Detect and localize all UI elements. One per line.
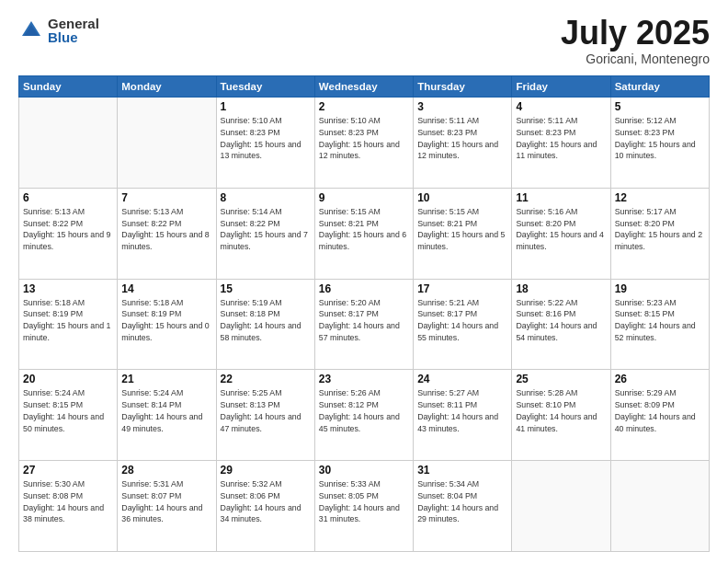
calendar-cell bbox=[610, 461, 709, 552]
logo-text: General Blue bbox=[48, 17, 99, 44]
calendar-cell: 8Sunrise: 5:14 AMSunset: 8:22 PMDaylight… bbox=[216, 188, 314, 279]
day-number: 8 bbox=[221, 191, 311, 204]
calendar-cell: 1Sunrise: 5:10 AMSunset: 8:23 PMDaylight… bbox=[216, 98, 314, 189]
day-number: 4 bbox=[516, 100, 606, 113]
day-info: Sunrise: 5:27 AMSunset: 8:11 PMDaylight:… bbox=[417, 387, 507, 434]
calendar-cell: 24Sunrise: 5:27 AMSunset: 8:11 PMDayligh… bbox=[414, 370, 512, 461]
day-info: Sunrise: 5:12 AMSunset: 8:23 PMDaylight:… bbox=[615, 115, 705, 162]
day-number: 16 bbox=[319, 282, 409, 295]
day-number: 29 bbox=[221, 464, 311, 477]
calendar-cell: 12Sunrise: 5:17 AMSunset: 8:20 PMDayligh… bbox=[610, 188, 709, 279]
day-info: Sunrise: 5:15 AMSunset: 8:21 PMDaylight:… bbox=[319, 206, 409, 253]
calendar-cell bbox=[118, 98, 216, 189]
day-info: Sunrise: 5:10 AMSunset: 8:23 PMDaylight:… bbox=[319, 115, 409, 162]
calendar-cell: 13Sunrise: 5:18 AMSunset: 8:19 PMDayligh… bbox=[19, 279, 118, 370]
calendar-cell: 25Sunrise: 5:28 AMSunset: 8:10 PMDayligh… bbox=[512, 370, 610, 461]
calendar-cell: 16Sunrise: 5:20 AMSunset: 8:17 PMDayligh… bbox=[314, 279, 413, 370]
calendar-cell: 11Sunrise: 5:16 AMSunset: 8:20 PMDayligh… bbox=[512, 188, 610, 279]
day-info: Sunrise: 5:13 AMSunset: 8:22 PMDaylight:… bbox=[23, 206, 113, 253]
calendar-week-4: 20Sunrise: 5:24 AMSunset: 8:15 PMDayligh… bbox=[19, 370, 710, 461]
day-number: 19 bbox=[615, 282, 705, 295]
day-number: 27 bbox=[23, 464, 113, 477]
day-number: 23 bbox=[319, 373, 409, 385]
day-info: Sunrise: 5:21 AMSunset: 8:17 PMDaylight:… bbox=[417, 297, 507, 344]
logo: General Blue bbox=[18, 17, 99, 44]
title-location: Goricani, Montenegro bbox=[561, 52, 710, 66]
day-info: Sunrise: 5:22 AMSunset: 8:16 PMDaylight:… bbox=[516, 297, 606, 344]
day-number: 20 bbox=[23, 373, 113, 385]
col-sunday: Sunday bbox=[19, 76, 118, 98]
day-info: Sunrise: 5:25 AMSunset: 8:13 PMDaylight:… bbox=[221, 387, 311, 434]
col-wednesday: Wednesday bbox=[314, 76, 413, 98]
day-number: 17 bbox=[417, 282, 507, 295]
day-number: 21 bbox=[121, 373, 211, 385]
calendar-week-2: 6Sunrise: 5:13 AMSunset: 8:22 PMDaylight… bbox=[19, 188, 710, 279]
calendar-cell: 26Sunrise: 5:29 AMSunset: 8:09 PMDayligh… bbox=[610, 370, 709, 461]
calendar-week-3: 13Sunrise: 5:18 AMSunset: 8:19 PMDayligh… bbox=[19, 279, 710, 370]
day-number: 1 bbox=[221, 100, 311, 113]
day-info: Sunrise: 5:34 AMSunset: 8:04 PMDaylight:… bbox=[417, 478, 507, 525]
day-info: Sunrise: 5:18 AMSunset: 8:19 PMDaylight:… bbox=[23, 297, 113, 344]
day-info: Sunrise: 5:23 AMSunset: 8:15 PMDaylight:… bbox=[615, 297, 705, 344]
calendar-cell: 15Sunrise: 5:19 AMSunset: 8:18 PMDayligh… bbox=[216, 279, 314, 370]
calendar-cell: 3Sunrise: 5:11 AMSunset: 8:23 PMDaylight… bbox=[414, 98, 512, 189]
calendar-cell: 17Sunrise: 5:21 AMSunset: 8:17 PMDayligh… bbox=[414, 279, 512, 370]
day-info: Sunrise: 5:24 AMSunset: 8:14 PMDaylight:… bbox=[121, 387, 211, 434]
day-number: 11 bbox=[516, 191, 606, 204]
calendar-week-5: 27Sunrise: 5:30 AMSunset: 8:08 PMDayligh… bbox=[19, 461, 710, 552]
calendar-cell: 20Sunrise: 5:24 AMSunset: 8:15 PMDayligh… bbox=[19, 370, 118, 461]
col-saturday: Saturday bbox=[610, 76, 709, 98]
day-info: Sunrise: 5:31 AMSunset: 8:07 PMDaylight:… bbox=[121, 478, 211, 525]
calendar-cell: 31Sunrise: 5:34 AMSunset: 8:04 PMDayligh… bbox=[414, 461, 512, 552]
calendar-cell: 6Sunrise: 5:13 AMSunset: 8:22 PMDaylight… bbox=[19, 188, 118, 279]
calendar-cell bbox=[512, 461, 610, 552]
day-number: 13 bbox=[23, 282, 113, 295]
title-month: July 2025 bbox=[561, 17, 710, 50]
calendar-table: Sunday Monday Tuesday Wednesday Thursday… bbox=[18, 75, 710, 552]
day-info: Sunrise: 5:10 AMSunset: 8:23 PMDaylight:… bbox=[221, 115, 311, 162]
day-info: Sunrise: 5:28 AMSunset: 8:10 PMDaylight:… bbox=[516, 387, 606, 434]
day-number: 22 bbox=[221, 373, 311, 385]
logo-general: General bbox=[48, 17, 99, 30]
calendar-cell: 7Sunrise: 5:13 AMSunset: 8:22 PMDaylight… bbox=[118, 188, 216, 279]
col-thursday: Thursday bbox=[414, 76, 512, 98]
col-friday: Friday bbox=[512, 76, 610, 98]
day-number: 26 bbox=[615, 373, 705, 385]
calendar-cell: 29Sunrise: 5:32 AMSunset: 8:06 PMDayligh… bbox=[216, 461, 314, 552]
calendar-cell: 21Sunrise: 5:24 AMSunset: 8:14 PMDayligh… bbox=[118, 370, 216, 461]
calendar-cell: 19Sunrise: 5:23 AMSunset: 8:15 PMDayligh… bbox=[610, 279, 709, 370]
logo-icon bbox=[18, 17, 44, 43]
day-number: 6 bbox=[23, 191, 113, 204]
day-number: 28 bbox=[121, 464, 211, 477]
day-info: Sunrise: 5:26 AMSunset: 8:12 PMDaylight:… bbox=[319, 387, 409, 434]
calendar-cell: 22Sunrise: 5:25 AMSunset: 8:13 PMDayligh… bbox=[216, 370, 314, 461]
calendar-week-1: 1Sunrise: 5:10 AMSunset: 8:23 PMDaylight… bbox=[19, 98, 710, 189]
calendar-cell: 10Sunrise: 5:15 AMSunset: 8:21 PMDayligh… bbox=[414, 188, 512, 279]
calendar-cell: 9Sunrise: 5:15 AMSunset: 8:21 PMDaylight… bbox=[314, 188, 413, 279]
day-number: 24 bbox=[417, 373, 507, 385]
day-number: 15 bbox=[221, 282, 311, 295]
day-info: Sunrise: 5:24 AMSunset: 8:15 PMDaylight:… bbox=[23, 387, 113, 434]
day-number: 25 bbox=[516, 373, 606, 385]
day-number: 2 bbox=[319, 100, 409, 113]
col-tuesday: Tuesday bbox=[216, 76, 314, 98]
day-number: 31 bbox=[417, 464, 507, 477]
day-info: Sunrise: 5:18 AMSunset: 8:19 PMDaylight:… bbox=[121, 297, 211, 344]
header: General Blue July 2025 Goricani, Montene… bbox=[18, 17, 710, 66]
day-info: Sunrise: 5:30 AMSunset: 8:08 PMDaylight:… bbox=[23, 478, 113, 525]
day-info: Sunrise: 5:16 AMSunset: 8:20 PMDaylight:… bbox=[516, 206, 606, 253]
calendar-cell: 28Sunrise: 5:31 AMSunset: 8:07 PMDayligh… bbox=[118, 461, 216, 552]
calendar-cell: 5Sunrise: 5:12 AMSunset: 8:23 PMDaylight… bbox=[610, 98, 709, 189]
day-info: Sunrise: 5:32 AMSunset: 8:06 PMDaylight:… bbox=[221, 478, 311, 525]
calendar-header-row: Sunday Monday Tuesday Wednesday Thursday… bbox=[19, 76, 710, 98]
day-info: Sunrise: 5:13 AMSunset: 8:22 PMDaylight:… bbox=[121, 206, 211, 253]
calendar-cell: 2Sunrise: 5:10 AMSunset: 8:23 PMDaylight… bbox=[314, 98, 413, 189]
calendar-cell: 27Sunrise: 5:30 AMSunset: 8:08 PMDayligh… bbox=[19, 461, 118, 552]
day-info: Sunrise: 5:33 AMSunset: 8:05 PMDaylight:… bbox=[319, 478, 409, 525]
calendar-cell: 14Sunrise: 5:18 AMSunset: 8:19 PMDayligh… bbox=[118, 279, 216, 370]
calendar-cell: 4Sunrise: 5:11 AMSunset: 8:23 PMDaylight… bbox=[512, 98, 610, 189]
day-number: 30 bbox=[319, 464, 409, 477]
day-info: Sunrise: 5:17 AMSunset: 8:20 PMDaylight:… bbox=[615, 206, 705, 253]
day-number: 5 bbox=[615, 100, 705, 113]
calendar-cell: 18Sunrise: 5:22 AMSunset: 8:16 PMDayligh… bbox=[512, 279, 610, 370]
